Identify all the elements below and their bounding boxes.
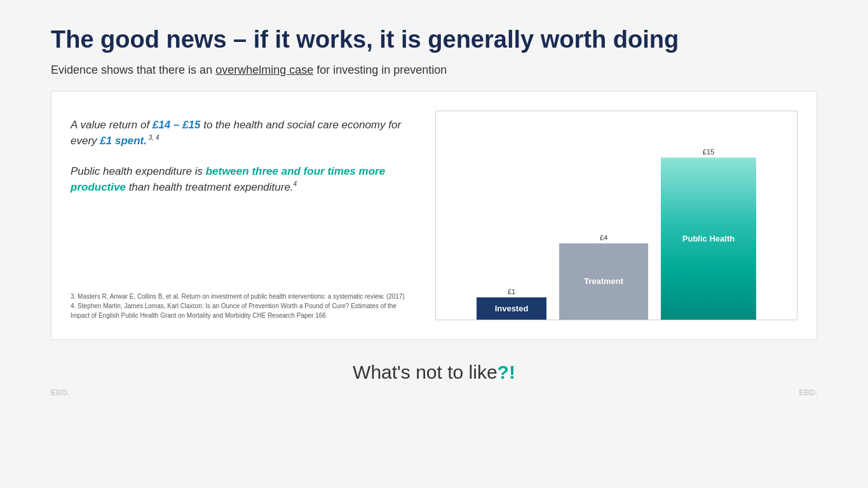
bar-treatment: Treatment xyxy=(559,243,648,320)
bottom-question: What's not to like?! xyxy=(51,362,817,383)
footer-logo-right: EBD. xyxy=(799,388,817,397)
bar-top-val-invested: £1 xyxy=(508,288,515,295)
bar-label-publichealth: Public Health xyxy=(682,234,735,243)
footer-logo-left: EBD. xyxy=(51,388,69,397)
bottom-question-highlight: ?! xyxy=(498,362,515,383)
text1-spent: £1 spent. xyxy=(100,135,147,147)
bar-label-invested: Invested xyxy=(495,304,529,313)
bottom-question-prefix: What's not to like xyxy=(353,362,498,383)
text-block-1: A value return of £14 – £15 to the healt… xyxy=(71,117,416,149)
text2-suffix: than health treatment expenditure. xyxy=(126,181,294,193)
right-content: £1 Invested £4 Treatment £15 xyxy=(435,111,797,320)
bar-top-val-treatment: £4 xyxy=(600,234,607,241)
footnote-1: 3. Masters R, Anwar E, Collins B, et al.… xyxy=(71,292,416,301)
footer-logos: EBD. EBD. xyxy=(51,388,817,397)
text-block-2: Public health expenditure is between thr… xyxy=(71,163,416,196)
bar-col-publichealth: £15 Public Health xyxy=(661,148,756,320)
subtitle-underline: overwhelming case xyxy=(215,64,313,76)
footnotes: 3. Masters R, Anwar E, Collins B, et al.… xyxy=(71,292,416,320)
text1-range: £14 – £15 xyxy=(153,119,201,131)
subtitle-suffix: for investing in prevention xyxy=(313,64,447,76)
bar-col-treatment: £4 Treatment xyxy=(559,234,648,320)
left-content: A value return of £14 – £15 to the healt… xyxy=(71,111,416,320)
bar-top-val-publichealth: £15 xyxy=(703,148,714,156)
chart-wrapper: £1 Invested £4 Treatment £15 xyxy=(435,111,797,320)
page-title: The good news – if it works, it is gener… xyxy=(51,25,817,55)
text1-refs: 3, 4 xyxy=(147,134,159,141)
footnote-2: 4. Stephen Martin, James Lomas, Karl Cla… xyxy=(71,301,416,320)
slide-container: The good news – if it works, it is gener… xyxy=(51,25,817,397)
bar-invested: Invested xyxy=(477,297,546,320)
bar-col-invested: £1 Invested xyxy=(477,288,546,320)
main-card: A value return of £14 – £15 to the healt… xyxy=(51,91,817,340)
subtitle: Evidence shows that there is an overwhel… xyxy=(51,64,817,77)
bar-publichealth: Public Health xyxy=(661,158,756,320)
text2-prefix: Public health expenditure is xyxy=(71,165,206,177)
bar-label-treatment: Treatment xyxy=(584,276,623,286)
subtitle-prefix: Evidence shows that there is an xyxy=(51,64,215,76)
bars-container: £1 Invested £4 Treatment £15 xyxy=(449,121,784,320)
text2-ref: 4 xyxy=(294,180,297,187)
text1-prefix: A value return of xyxy=(71,119,153,131)
